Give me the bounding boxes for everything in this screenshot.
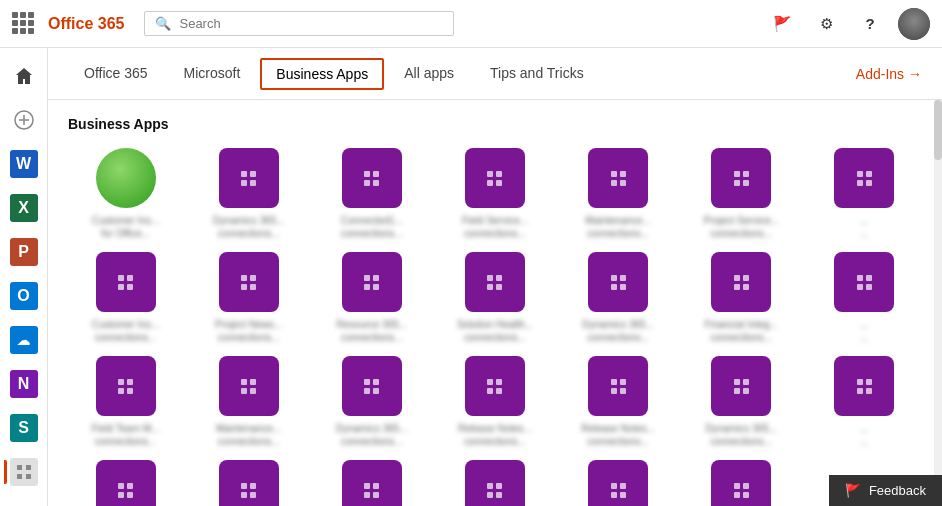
tab-all-apps[interactable]: All apps	[388, 48, 470, 100]
gear-icon: ⚙	[820, 15, 833, 33]
app-tile-icon	[96, 356, 156, 416]
list-item[interactable]: Dynamics 365...connections...	[684, 356, 799, 448]
svg-rect-2	[26, 465, 31, 470]
app-tile-icon	[588, 460, 648, 506]
add-ins-link[interactable]: Add-Ins →	[856, 66, 922, 82]
list-item[interactable]: Solution Health...connections...	[437, 252, 552, 344]
list-item[interactable]: ...	[314, 460, 429, 506]
tab-microsoft[interactable]: Microsoft	[168, 48, 257, 100]
excel-icon: X	[10, 194, 38, 222]
list-item[interactable]: Project News...connections...	[191, 252, 306, 344]
app-tile-label: Field Team M...connections...	[91, 422, 159, 448]
list-item[interactable]: Maintenance...connections...	[191, 356, 306, 448]
avatar[interactable]	[898, 8, 930, 40]
app-tile-label: Dynamics 365...connections...	[336, 422, 408, 448]
sidebar-item-all-apps[interactable]	[4, 452, 44, 492]
list-item[interactable]: ......	[807, 148, 922, 240]
app-tile-label: Project News...connections...	[215, 318, 282, 344]
topbar: Office 365 🔍 🚩 ⚙ ?	[0, 0, 942, 48]
sidebar-item-onenote[interactable]: N	[4, 364, 44, 404]
app-tile-label: Solution Health...connections...	[457, 318, 533, 344]
tab-office365[interactable]: Office 365	[68, 48, 164, 100]
search-icon: 🔍	[155, 16, 171, 31]
list-item[interactable]: Connected1...connections...	[314, 148, 429, 240]
list-item[interactable]: Dynamics 365...connections...	[191, 148, 306, 240]
list-item[interactable]: Maintenance...connections...	[561, 148, 676, 240]
app-tile-label: Release Notes...connections...	[581, 422, 655, 448]
app-tile-label: Customer Ins...connections...	[92, 318, 160, 344]
onenote-icon: N	[10, 370, 38, 398]
sidebar-item-home[interactable]	[4, 56, 44, 96]
settings-button[interactable]: ⚙	[810, 8, 842, 40]
sidebar-item-excel[interactable]: X	[4, 188, 44, 228]
scrollbar-track[interactable]	[934, 100, 942, 506]
scrollbar-thumb[interactable]	[934, 100, 942, 160]
sidebar-item-onedrive[interactable]: ☁	[4, 320, 44, 360]
add-icon	[14, 110, 34, 130]
list-item[interactable]: Customer Ins...connections...	[68, 252, 183, 344]
nav-tabs: Office 365 Microsoft Business Apps All a…	[48, 48, 942, 100]
app-tile-label: Release Notes...connections...	[458, 422, 532, 448]
search-input[interactable]	[179, 16, 443, 31]
main-layout: W X P O ☁ N S	[0, 48, 942, 506]
sidebar-item-sharepoint[interactable]: S	[4, 408, 44, 448]
sidebar-item-outlook[interactable]: O	[4, 276, 44, 316]
feedback-button[interactable]: 🚩 Feedback	[829, 475, 942, 506]
app-tile-icon	[588, 252, 648, 312]
app-tile-label: Dynamics 365...connections...	[705, 422, 777, 448]
app-tile-label: Maintenance...connections...	[216, 422, 282, 448]
list-item[interactable]: Field Team M...connections...	[68, 356, 183, 448]
list-item[interactable]: Customer Ins...for Office...	[68, 148, 183, 240]
app-tile-icon	[465, 460, 525, 506]
app-tile-icon	[711, 252, 771, 312]
sidebar-item-powerpoint[interactable]: P	[4, 232, 44, 272]
app-tile-label: Dynamics 365...connections...	[213, 214, 285, 240]
svg-rect-1	[17, 465, 22, 470]
sidebar: W X P O ☁ N S	[0, 48, 48, 506]
sidebar-item-word[interactable]: W	[4, 144, 44, 184]
list-item[interactable]: Financial Integ...connections...	[684, 252, 799, 344]
list-item[interactable]: ...	[684, 460, 799, 506]
feedback-icon: 🚩	[845, 483, 861, 498]
app-tile-icon	[342, 252, 402, 312]
list-item[interactable]: ...	[68, 460, 183, 506]
sharepoint-icon: S	[10, 414, 38, 442]
outlook-icon: O	[10, 282, 38, 310]
flag-icon: 🚩	[773, 15, 792, 33]
list-item[interactable]: Release Notes...connections...	[437, 356, 552, 448]
topbar-actions: 🚩 ⚙ ?	[766, 8, 930, 40]
tab-tips-tricks[interactable]: Tips and Tricks	[474, 48, 600, 100]
help-button[interactable]: ?	[854, 8, 886, 40]
list-item[interactable]: Field Service...connections...	[437, 148, 552, 240]
flag-button[interactable]: 🚩	[766, 8, 798, 40]
app-tile-icon	[711, 356, 771, 416]
list-item[interactable]: ......	[807, 356, 922, 448]
app-launcher-icon[interactable]	[12, 12, 36, 36]
app-tile-icon	[588, 148, 648, 208]
list-item[interactable]: Project Service...connections...	[684, 148, 799, 240]
list-item[interactable]: Dynamics 365...connections...	[314, 356, 429, 448]
all-apps-icon	[10, 458, 38, 486]
search-box[interactable]: 🔍	[144, 11, 454, 36]
tab-business-apps[interactable]: Business Apps	[260, 58, 384, 90]
content-area: Office 365 Microsoft Business Apps All a…	[48, 48, 942, 506]
list-item[interactable]: Resource 365...connections...	[314, 252, 429, 344]
list-item[interactable]: Release Notes...connections...	[561, 356, 676, 448]
app-tile-icon	[219, 252, 279, 312]
list-item[interactable]: ...	[561, 460, 676, 506]
app-tile-icon	[96, 148, 156, 208]
panel-title: Business Apps	[68, 116, 922, 132]
app-tile-icon	[342, 148, 402, 208]
list-item[interactable]: ...	[191, 460, 306, 506]
list-item[interactable]: ...	[437, 460, 552, 506]
list-item[interactable]: Dynamics 365...connections...	[561, 252, 676, 344]
help-icon: ?	[865, 15, 874, 32]
panel: Business Apps Customer Ins...for Office.…	[48, 100, 942, 506]
apps-grid-row3: Field Team M...connections... Maintenanc…	[68, 356, 922, 448]
app-tile-label: ......	[860, 214, 868, 240]
app-tile-icon	[834, 252, 894, 312]
app-tile-icon	[711, 148, 771, 208]
onedrive-icon: ☁	[10, 326, 38, 354]
sidebar-item-add[interactable]	[4, 100, 44, 140]
list-item[interactable]: ......	[807, 252, 922, 344]
